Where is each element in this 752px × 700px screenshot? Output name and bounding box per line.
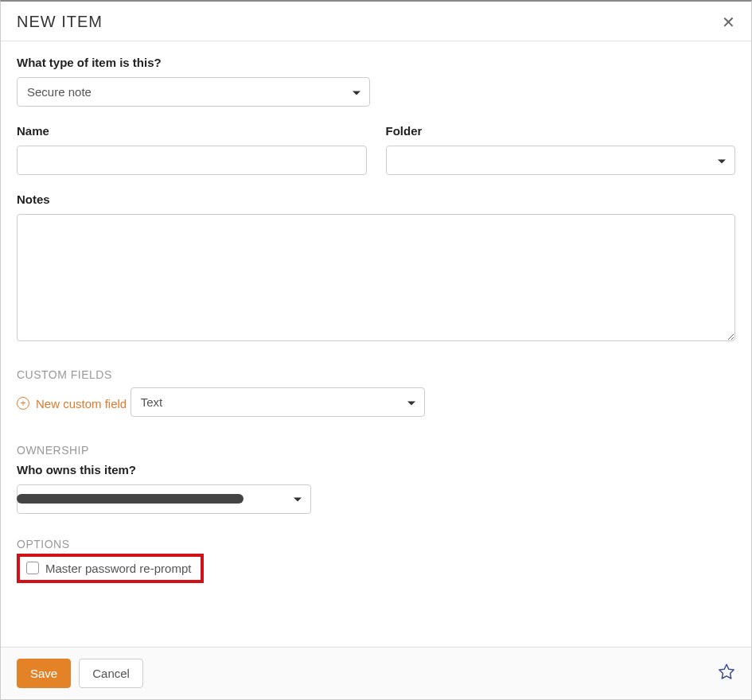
favorite-button[interactable] xyxy=(718,663,735,685)
options-section-title: OPTIONS xyxy=(17,538,735,550)
star-icon xyxy=(718,664,735,684)
add-custom-field-label: New custom field xyxy=(36,397,127,410)
notes-label: Notes xyxy=(17,192,735,206)
owner-select[interactable] xyxy=(17,484,311,514)
modal-body: What type of item is this? Secure note N… xyxy=(1,41,751,647)
master-password-reprompt-checkbox[interactable] xyxy=(26,562,39,574)
add-custom-field-button[interactable]: + New custom field xyxy=(17,397,127,410)
close-button[interactable]: ✕ xyxy=(722,14,735,30)
name-label: Name xyxy=(17,124,367,138)
notes-textarea[interactable] xyxy=(17,214,735,341)
custom-field-type-select[interactable]: Text xyxy=(131,387,425,417)
modal-header: NEW ITEM ✕ xyxy=(1,2,751,41)
cancel-button[interactable]: Cancel xyxy=(79,659,143,688)
name-input[interactable] xyxy=(17,146,367,175)
modal-footer: Save Cancel xyxy=(1,647,751,699)
reprompt-highlight: Master password re-prompt xyxy=(17,554,204,583)
save-button[interactable]: Save xyxy=(17,659,71,688)
modal-title: NEW ITEM xyxy=(17,13,103,31)
folder-select[interactable] xyxy=(386,146,736,175)
custom-fields-section-title: CUSTOM FIELDS xyxy=(17,368,735,381)
new-item-modal: NEW ITEM ✕ What type of item is this? Se… xyxy=(0,0,752,700)
ownership-label: Who owns this item? xyxy=(17,463,735,476)
item-type-select[interactable]: Secure note xyxy=(17,77,370,107)
item-type-label: What type of item is this? xyxy=(17,56,735,69)
ownership-section-title: OWNERSHIP xyxy=(17,444,735,457)
plus-circle-icon: + xyxy=(17,397,29,410)
close-icon: ✕ xyxy=(722,14,735,31)
master-password-reprompt-label: Master password re-prompt xyxy=(45,562,191,575)
svg-marker-0 xyxy=(719,664,734,679)
folder-label: Folder xyxy=(386,124,736,138)
